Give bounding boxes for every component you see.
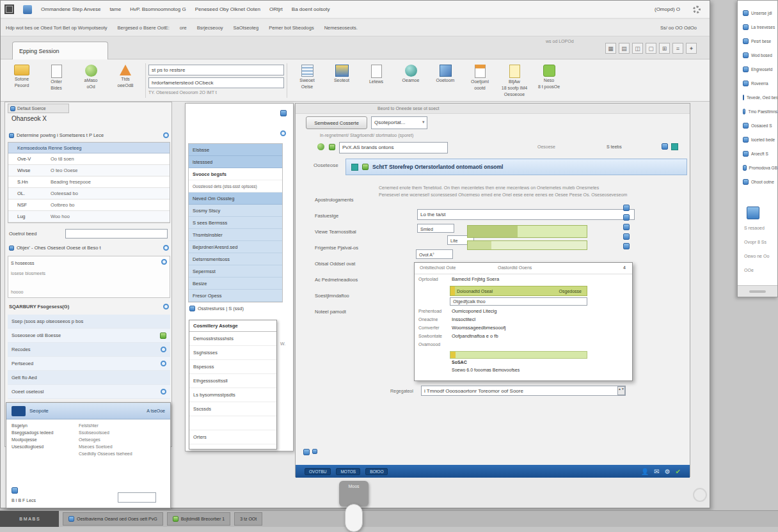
nav-list-item[interactable]: lstesssed xyxy=(189,156,282,168)
docked-list-item[interactable]: Aroecft S xyxy=(738,146,777,160)
nav-list-item[interactable]: Bejsrdner/Aresrd.sed xyxy=(189,241,282,253)
nav-list-item[interactable]: Fresor Opess xyxy=(189,290,282,302)
objex-row[interactable]: Objex' - Ohes Oseseot Ooese ot Beso t xyxy=(9,243,169,253)
split-view-icon[interactable]: ◫ xyxy=(632,43,643,54)
grid-row[interactable]: Ove-V Oo t8 soen xyxy=(8,153,170,165)
table-icon[interactable] xyxy=(623,233,630,240)
calendar-icon[interactable]: ▤ xyxy=(619,43,630,54)
mail-icon[interactable]: ✉ xyxy=(654,468,659,475)
selection-info-bar[interactable]: SchtT Storefrep Orterstorlantod ontomaot… xyxy=(345,159,687,175)
start-button[interactable]: B M A B S xyxy=(0,511,59,527)
link-icon[interactable] xyxy=(623,224,630,230)
checkbox-icon[interactable] xyxy=(189,306,195,311)
nav-list-item[interactable]: S sees Bermsss xyxy=(189,217,282,229)
panel-icon[interactable] xyxy=(280,110,287,116)
grid-icon[interactable] xyxy=(4,4,14,14)
scrollbar-thumb[interactable] xyxy=(345,504,363,532)
menu-item[interactable]: HvP. Bsomnoomnotog G xyxy=(130,6,186,12)
grid-row[interactable]: OL. Ooteesad bo xyxy=(8,188,170,199)
taskbar-item[interactable]: 3 tz OOt xyxy=(234,512,262,526)
gear-icon[interactable]: ⚙ xyxy=(665,468,671,475)
listbox-item[interactable]: Ls bysommsstpsdts xyxy=(189,388,276,402)
menu-item[interactable]: Peneseed Oby Olknet Ooten xyxy=(195,6,260,12)
info-icon[interactable] xyxy=(163,304,169,309)
grid-row[interactable]: Wivse O teo Ooese xyxy=(8,165,170,176)
ribbon-button[interactable]: Ttds oeeOd8 xyxy=(108,62,143,91)
taskbar-item[interactable]: Bojtdmd8 Breoorber 1 xyxy=(167,512,230,526)
info-icon[interactable] xyxy=(280,130,286,136)
grid-row[interactable]: Lug Woo hoo xyxy=(8,211,170,223)
ribbon-button[interactable]: Onter Bides xyxy=(39,62,74,91)
apps-icon[interactable] xyxy=(23,5,32,14)
gear-icon[interactable] xyxy=(693,6,701,13)
nav-list-item[interactable]: Elsbsse xyxy=(189,144,282,156)
nav-list-item[interactable]: Detsrnsmentsoss xyxy=(189,253,282,265)
ribbon-button[interactable]: Neso 8 t poosOe xyxy=(532,62,566,97)
check-icon[interactable]: ✔ xyxy=(676,468,681,475)
menu-item[interactable]: Ba doent oolsoty xyxy=(292,6,330,12)
nav-list-item[interactable]: Sosmy Stscy xyxy=(189,205,282,217)
pin-icon[interactable]: ✦ xyxy=(686,43,697,54)
status-chip[interactable]: BOfOO xyxy=(365,468,388,475)
docked-list-item[interactable]: Tevede, Oed beste xyxy=(738,90,777,104)
taskbar-item[interactable]: Oestbaviema Oeand oed Ooes oett PvG xyxy=(63,512,163,526)
list-item[interactable]: Ssep (soos asp olseoseeos p bos xyxy=(8,315,170,329)
grid-view-icon[interactable]: ⊞ xyxy=(659,43,670,54)
menu-item[interactable]: Hdp wot bes oe Obed Tort Bet op Wompotse… xyxy=(6,25,107,31)
menu-item[interactable]: Bsrjecseooy xyxy=(197,25,223,31)
grid-row[interactable]: NSF Ootbreo bo xyxy=(8,199,170,211)
listbox-item[interactable]: Sscssds xyxy=(189,402,276,416)
ribbon-button[interactable]: Letews xyxy=(359,62,393,97)
brands-combo[interactable]: PvX.AS brands ontons xyxy=(339,142,448,153)
layout-icon[interactable]: ▦ xyxy=(605,43,616,54)
menu-item[interactable]: Pemer bot Sbeodogs xyxy=(269,25,314,31)
ribbon-button[interactable]: Ooetoom xyxy=(428,62,463,97)
list-item[interactable]: Pertseoed xyxy=(8,357,170,371)
docked-extra-item[interactable]: OOe xyxy=(744,268,769,282)
list-item[interactable]: Gett fto Aed xyxy=(8,371,170,385)
tab-default-source[interactable]: Defaut Soerce xyxy=(8,104,69,113)
dialog-kv-row[interactable]: Comverfer Woomssageedbmesooofj xyxy=(415,325,632,333)
new-window-icon[interactable]: ▢ xyxy=(646,43,656,54)
status-chip[interactable]: OVOTBU xyxy=(305,468,331,475)
ribbon-button[interactable]: aMaso oOd xyxy=(74,62,108,91)
docked-list-item[interactable]: Tmo Paesttmns xyxy=(738,104,777,118)
menu-item[interactable]: ore xyxy=(180,25,187,31)
chevron-down-icon[interactable]: ▾ xyxy=(422,120,425,125)
info-icon[interactable] xyxy=(163,245,169,251)
docked-extra-item[interactable]: S resaoed xyxy=(744,226,769,240)
nav-list-item[interactable]: Besize xyxy=(189,278,282,290)
menu-item[interactable]: Nemeseoseots. xyxy=(324,25,358,31)
account-label[interactable]: (Omopd) O xyxy=(655,6,680,12)
subwindow-titlebar[interactable]: Seopote A tseOoe xyxy=(6,403,170,419)
listbox-item[interactable]: Orters xyxy=(189,430,276,444)
ovot-checkbox-field[interactable]: Ovot A° xyxy=(416,249,453,259)
copy-icon[interactable] xyxy=(623,214,630,221)
list-item[interactable]: Soseoseoe ot8 Boesse xyxy=(8,329,170,343)
listbox-item[interactable]: Bspesoss xyxy=(189,360,276,374)
listbox-item[interactable]: Ssghsisses xyxy=(189,346,276,360)
listbox-item[interactable]: Demosstrstssshsts xyxy=(189,332,276,346)
note-icon[interactable] xyxy=(303,449,310,455)
drag-handle[interactable] xyxy=(749,290,766,293)
restore-combo[interactable]: st ps to restsre xyxy=(148,65,284,75)
parameter-check-combo[interactable]: hrdorfametersteod OCbeck xyxy=(148,77,284,88)
docked-list-item[interactable]: Oosaoed S xyxy=(738,118,777,132)
info-icon[interactable] xyxy=(163,132,169,138)
featured-app-icon[interactable] xyxy=(747,207,759,219)
dialog-kv-row[interactable]: Oneactne Inssoctitecl xyxy=(415,317,632,325)
control-band-input[interactable] xyxy=(65,229,168,239)
docked-list-item[interactable]: Roveerra xyxy=(738,76,777,90)
spinner-control[interactable]: ▲▼ xyxy=(617,386,625,395)
selected-green-row[interactable]: Doioonadtd Oseal Osgedosse xyxy=(450,286,587,296)
confirm-icon[interactable] xyxy=(329,144,335,150)
docked-list-item[interactable]: Ehgreosetd xyxy=(738,62,777,76)
ribbon-button[interactable]: Sweoet Oelse xyxy=(290,62,324,97)
menu-item[interactable]: Bergesed o Bsere OotE: xyxy=(118,25,170,31)
subwindow-input[interactable] xyxy=(118,492,156,503)
ribbon-button[interactable]: Seoteot xyxy=(324,62,359,97)
menu-icon[interactable]: ≡ xyxy=(672,43,683,54)
grid-toggle-icon[interactable] xyxy=(662,143,668,150)
dialog-kv-row[interactable]: Ovamoood xyxy=(415,341,632,350)
combined-contents-button[interactable]: Sembweed Cosserte xyxy=(306,116,367,129)
